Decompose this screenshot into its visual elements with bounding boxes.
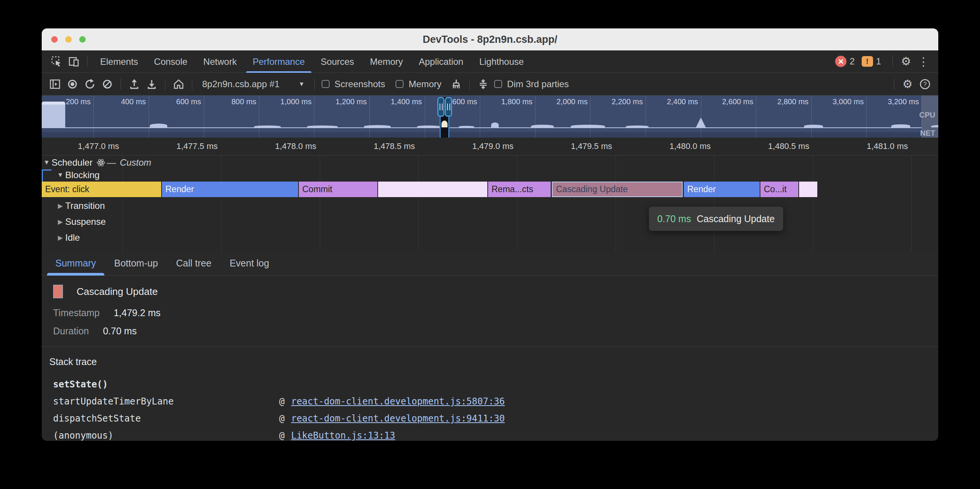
function-name: setState() [53, 379, 279, 390]
cpu-activity-block [42, 105, 65, 127]
scheduler-track-header[interactable]: ▼ Scheduler — Custom [42, 157, 938, 168]
ruler-tick-label: 1,479.0 ms [472, 138, 517, 155]
overview-tick-label: 800 ms [231, 97, 259, 106]
at-symbol: @ [279, 413, 285, 424]
track-group-transition[interactable]: ▶ Transition [42, 200, 938, 211]
minimize-button[interactable] [65, 37, 72, 43]
details-tab-bottom-up[interactable]: Bottom-up [105, 251, 167, 276]
overview-tick-label: 3,000 ms [832, 97, 866, 106]
timestamp-value: 1,479.2 ms [114, 307, 161, 318]
overview-tick-label: 200 ms [65, 97, 93, 106]
help-icon[interactable]: ? [916, 76, 934, 92]
ruler-tick-label: 1,481.0 ms [867, 138, 912, 155]
bar-render[interactable]: Render [162, 182, 298, 197]
divider [165, 78, 165, 90]
group-label: Blocking [65, 170, 100, 181]
overview-gridline [314, 95, 314, 138]
overview-tick-label: 400 ms [121, 97, 149, 106]
source-link[interactable]: LikeButton.js:13:13 [291, 430, 395, 441]
details-tab-call-tree[interactable]: Call tree [167, 251, 220, 276]
clear-icon[interactable] [99, 76, 116, 92]
bar-segment[interactable] [378, 182, 487, 197]
target-select[interactable]: 8p2n9n.csb.app #1 ▼ [202, 79, 305, 89]
stack-frame-row: (anonymous)@LikeButton.js:13:13 [53, 427, 938, 441]
stack-trace-list: setState()startUpdateTimerByLane@react-d… [53, 376, 938, 441]
timeline-ruler: 1,477.0 ms1,477.5 ms1,478.0 ms1,478.5 ms… [42, 138, 938, 156]
cpu-activity-bump [459, 126, 474, 127]
ruler-tick-label: 1,478.0 ms [275, 138, 320, 155]
source-link[interactable]: react-dom-client.development.js:5807:36 [291, 396, 505, 407]
upload-profile-icon[interactable] [126, 76, 143, 92]
function-name: dispatchSetState [53, 413, 279, 424]
track-group-suspense[interactable]: ▶ Suspense [42, 216, 938, 227]
error-count: 2 [850, 56, 854, 67]
reload-record-icon[interactable] [81, 76, 99, 92]
selection-handle-left[interactable] [437, 97, 444, 117]
tab-application[interactable]: Application [411, 51, 471, 73]
bar-cascading-update[interactable]: Cascading Update [552, 182, 682, 197]
record-icon[interactable] [64, 76, 81, 92]
duration-value: 0.70 ms [103, 325, 137, 336]
bar-event-click[interactable]: Event: click [42, 182, 161, 197]
performance-toolbar: 8p2n9n.csb.app #1 ▼ Screenshots Memory D… [42, 73, 938, 95]
cpu-activity-bump [531, 125, 554, 127]
download-profile-icon[interactable] [143, 76, 161, 92]
error-badge[interactable]: ✕ 2 [835, 56, 854, 67]
device-toolbar-icon[interactable] [65, 53, 83, 70]
cpu-activity-bump [571, 125, 605, 127]
tab-performance[interactable]: Performance [245, 51, 312, 73]
overview-gridline [811, 95, 811, 138]
at-symbol: @ [279, 396, 285, 407]
bar-render[interactable]: Render [684, 182, 760, 197]
bar-rema-cts[interactable]: Rema...cts [488, 182, 551, 197]
tab-console[interactable]: Console [146, 51, 195, 73]
stack-frame-row: startUpdateTimerByLane@react-dom-client.… [53, 393, 938, 410]
details-tab-event-log[interactable]: Event log [220, 251, 278, 276]
warning-badge[interactable]: ! 1 [862, 56, 881, 67]
overview-gridline [93, 95, 94, 138]
source-link[interactable]: react-dom-client.development.js:9411:30 [291, 413, 505, 424]
timestamp-row: Timestamp 1,479.2 ms [53, 307, 938, 318]
selection-handle-right[interactable] [445, 97, 452, 117]
cpu-activity-bump [150, 124, 167, 127]
track-group-idle[interactable]: ▶ Idle [42, 232, 938, 243]
screenshots-checkbox[interactable] [321, 80, 329, 88]
timeline-overview[interactable]: CPU NET 200 ms400 ms600 ms800 ms1,000 ms… [42, 95, 938, 138]
more-menu-icon[interactable]: ⋮ [915, 53, 932, 70]
summary-panel: Cascading Update Timestamp 1,479.2 ms Du… [42, 276, 938, 441]
tab-elements[interactable]: Elements [92, 51, 146, 73]
home-icon[interactable] [170, 76, 187, 92]
bar-commit[interactable]: Commit [299, 182, 377, 197]
collapse-sections-icon[interactable] [474, 76, 492, 92]
settings-gear-icon[interactable]: ⚙ [897, 53, 915, 70]
bar-co-it[interactable]: Co...it [760, 182, 798, 197]
stack-frame-row: setState() [53, 376, 938, 393]
zoom-button[interactable] [79, 37, 86, 43]
capture-settings-gear-icon[interactable]: ⚙ [899, 76, 916, 92]
dash: — [107, 157, 116, 168]
divider [192, 78, 192, 90]
warning-count: 1 [876, 56, 881, 67]
cpu-activity-baseline [42, 127, 921, 128]
close-button[interactable] [51, 37, 58, 43]
net-label: NET [920, 129, 935, 138]
window-title: DevTools - 8p2n9n.csb.app/ [423, 34, 557, 46]
cpu-activity-bump [696, 117, 706, 127]
tab-memory[interactable]: Memory [362, 51, 411, 73]
tab-sources[interactable]: Sources [313, 51, 362, 73]
garbage-collect-icon[interactable] [447, 76, 465, 92]
track-group-blocking[interactable]: ▼ Blocking [42, 170, 938, 181]
flame-chart[interactable]: ▼ Scheduler — Custom ▼ Blocking ▶ Transi… [42, 156, 938, 251]
tab-network[interactable]: Network [195, 51, 245, 73]
bar-segment[interactable] [799, 182, 817, 197]
dim-3rd-parties-checkbox[interactable] [494, 80, 502, 88]
tab-lighthouse[interactable]: Lighthouse [471, 51, 532, 73]
divider [894, 78, 894, 90]
cpu-activity-bump [891, 124, 910, 127]
tooltip-duration: 0.70 ms [657, 213, 691, 224]
ruler-tick-label: 1,479.5 ms [571, 138, 616, 155]
details-tab-summary[interactable]: Summary [46, 251, 105, 276]
inspect-element-icon[interactable] [48, 53, 65, 70]
sidebar-toggle-icon[interactable] [46, 76, 64, 92]
memory-checkbox[interactable] [396, 80, 404, 88]
